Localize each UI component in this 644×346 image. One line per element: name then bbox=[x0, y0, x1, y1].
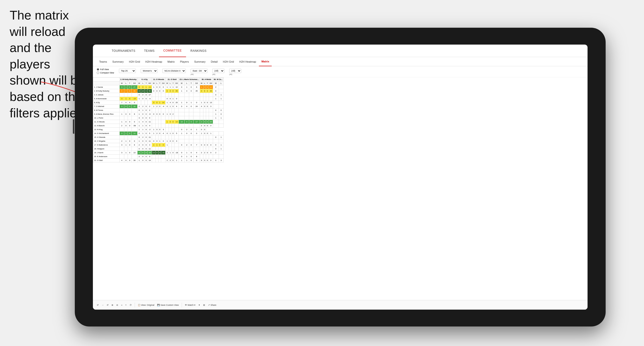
table-cell bbox=[152, 159, 156, 163]
nav-tournaments[interactable]: TOURNAMENTS bbox=[107, 45, 140, 57]
sub-col-w3: W bbox=[152, 81, 156, 85]
grid-btn[interactable]: ⊞ bbox=[203, 304, 205, 306]
table-cell: 0 bbox=[209, 151, 213, 155]
table-cell: 11 bbox=[148, 120, 152, 124]
table-cell: 0 bbox=[137, 135, 141, 139]
players-select[interactable]: (All) bbox=[229, 69, 241, 73]
table-cell: 0 bbox=[124, 112, 128, 116]
table-cell bbox=[120, 128, 124, 132]
subnav-h2hgrid2[interactable]: H2H Grid bbox=[220, 57, 236, 66]
sub-col-w4: W bbox=[166, 81, 169, 85]
save-custom-btn[interactable]: 💾 Save Custom View bbox=[157, 304, 178, 306]
table-cell: 4 bbox=[148, 124, 152, 128]
subnav-players[interactable]: Players bbox=[178, 57, 191, 66]
table-cell bbox=[203, 116, 206, 120]
nav-committee[interactable]: COMMITTEE bbox=[159, 45, 186, 57]
subnav-teams[interactable]: Teams bbox=[97, 57, 109, 66]
table-cell: 4 bbox=[161, 132, 166, 135]
subnav-matrix[interactable]: Matrix bbox=[165, 57, 177, 66]
table-cell: 2 bbox=[213, 85, 218, 89]
region-select[interactable]: East - DII (All) bbox=[190, 69, 208, 73]
table-cell: 7 bbox=[193, 143, 200, 147]
table-cell: 0 bbox=[169, 120, 172, 124]
table-cell: 0 bbox=[172, 132, 174, 135]
row-label: 10. L Perini bbox=[93, 116, 120, 120]
watch-btn[interactable]: 👁 Watch ▾ bbox=[185, 304, 196, 306]
fit-btn[interactable]: = bbox=[121, 304, 122, 306]
redo-btn[interactable]: → bbox=[102, 304, 104, 306]
table-cell: 5 bbox=[148, 132, 152, 135]
table-cell: 0 bbox=[172, 151, 174, 155]
sub-col-d5: Dif bbox=[193, 81, 200, 85]
table-cell bbox=[172, 147, 174, 151]
row-label: 14. S Srichantamit bbox=[93, 132, 120, 135]
table-cell bbox=[174, 155, 179, 159]
table-cell: -15 bbox=[132, 97, 137, 101]
undo-btn[interactable]: ↺ bbox=[97, 304, 99, 306]
table-cell bbox=[213, 155, 218, 159]
row-label: 8. M Torres bbox=[93, 108, 120, 112]
row-label: 3. S Jelinek bbox=[93, 93, 120, 97]
star-btn[interactable]: ✦ bbox=[198, 304, 200, 306]
table-cell bbox=[156, 147, 158, 151]
compact-view-option[interactable]: Compact View bbox=[97, 72, 114, 74]
table-cell: 9 bbox=[200, 159, 203, 163]
col-header-mulcahy: 2. M Kelly Mulcahy bbox=[120, 78, 138, 81]
subnav-detail[interactable]: Detail bbox=[208, 57, 220, 66]
row-label: 5. A Nomrowski bbox=[93, 97, 120, 101]
table-cell: 0 bbox=[213, 135, 218, 139]
table-cell: 4 bbox=[184, 89, 189, 93]
table-cell bbox=[218, 132, 224, 135]
subnav-matrix2[interactable]: Matrix bbox=[259, 57, 272, 66]
table-cell: 1 bbox=[184, 155, 189, 159]
timer-btn[interactable]: ⏱ bbox=[130, 304, 132, 306]
subnav-h2hheatmap2[interactable]: H2H Heatmap bbox=[237, 57, 259, 66]
col-header-dy: 6. A Dy bbox=[137, 78, 152, 81]
table-cell: 0 bbox=[145, 116, 148, 120]
compact-view-radio[interactable] bbox=[97, 72, 99, 74]
table-cell bbox=[152, 135, 156, 139]
share-btn[interactable]: ↗ Share bbox=[208, 304, 216, 306]
nav-teams[interactable]: TEAMS bbox=[140, 45, 159, 57]
max-players-select[interactable]: Top 25 bbox=[119, 69, 136, 73]
full-view-radio[interactable] bbox=[97, 68, 99, 71]
subnav-summary[interactable]: Summary bbox=[110, 57, 126, 66]
table-cell bbox=[206, 97, 209, 101]
table-cell bbox=[156, 93, 158, 97]
full-view-option[interactable]: Full View bbox=[97, 68, 114, 71]
remove-btn[interactable]: ⊖ bbox=[116, 304, 118, 306]
table-cell: 0 bbox=[158, 151, 161, 155]
table-cell: 1 bbox=[124, 85, 128, 89]
table-cell: 1 bbox=[166, 120, 169, 124]
table-cell: 13 bbox=[132, 151, 137, 155]
matrix-table-wrapper[interactable]: 2. M Kelly Mulcahy 6. A Dy 11. G Woods 2… bbox=[93, 77, 588, 300]
add-btn[interactable]: ⊕ bbox=[112, 304, 114, 306]
table-cell bbox=[206, 155, 209, 159]
table-cell: 0 bbox=[156, 139, 158, 143]
row-label: 16. X Mcgaha bbox=[93, 139, 120, 143]
subnav-summary2[interactable]: Summary bbox=[192, 57, 208, 66]
table-cell: 0 bbox=[137, 132, 141, 135]
reset-btn[interactable]: ↺ bbox=[107, 304, 108, 306]
table-cell bbox=[156, 116, 158, 120]
table-cell: 0 bbox=[161, 143, 166, 147]
table-cell bbox=[161, 116, 166, 120]
table-cell: 0 bbox=[189, 132, 193, 135]
table-cell: 0 bbox=[184, 132, 189, 135]
conference-select[interactable]: (All) bbox=[212, 69, 224, 73]
nav-rankings[interactable]: RANKINGS bbox=[186, 45, 211, 57]
sub-col-l1: L bbox=[124, 81, 128, 85]
table-cell: 2 bbox=[141, 93, 145, 97]
table-cell: 0 bbox=[169, 139, 172, 143]
table-cell bbox=[128, 108, 132, 112]
matrix-tbody: 1. J Garcia31027301-11100011110010613011… bbox=[93, 85, 224, 163]
subnav-h2hheatmap[interactable]: H2H Heatmap bbox=[143, 57, 164, 66]
table-cell: 11 bbox=[148, 135, 152, 139]
table-cell bbox=[128, 93, 132, 97]
expand-btn[interactable]: + bbox=[125, 304, 126, 306]
gender-select[interactable]: Women's bbox=[141, 69, 158, 73]
division-select[interactable]: NCAA Division II bbox=[162, 69, 186, 73]
table-cell bbox=[218, 85, 224, 89]
view-original-btn[interactable]: 📋 View: Original bbox=[138, 304, 154, 306]
subnav-h2hgrid[interactable]: H2H Grid bbox=[126, 57, 142, 66]
